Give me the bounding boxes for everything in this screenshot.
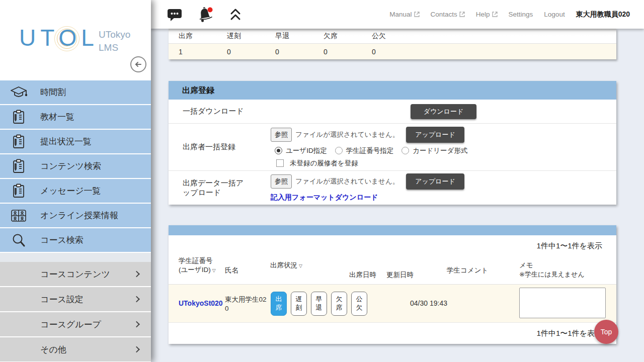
- sort-triangle-icon: ▽: [212, 268, 216, 273]
- main-content: 出席 遅刻 早退 欠席 公欠 1 0 0 0 0 出席登録 一括ダウンロード ダ…: [151, 29, 644, 362]
- double-chevron-up-icon[interactable]: [229, 8, 242, 21]
- external-link-icon: [492, 12, 498, 17]
- sidebar-item-timetable[interactable]: 時間割: [0, 80, 151, 104]
- radio-student-card-number[interactable]: 学生証番号指定: [335, 146, 394, 155]
- radio-button-icon: [275, 147, 282, 154]
- clipboard-icon: [10, 110, 27, 125]
- topbar: Manual Contacts Help Settings Logout 東大用…: [151, 0, 644, 29]
- file-status-text: ファイルが選択されていません。: [295, 177, 399, 186]
- sidebar-item-submission-status[interactable]: 提出状況一覧: [0, 130, 151, 153]
- external-link-icon: [459, 12, 465, 17]
- student-name: 東大用学生020: [225, 295, 267, 313]
- attendance-data-upload-row: 出席データ一括アップロード 参照 ファイルが選択されていません。 アップロード …: [169, 171, 616, 205]
- sidebar-item-online-class-info[interactable]: オンライン授業情報: [0, 204, 151, 227]
- bulk-download-row: 一括ダウンロード ダウンロード: [169, 100, 616, 124]
- people-grid-icon: [10, 209, 27, 222]
- summary-value-excused: 0: [362, 48, 410, 56]
- header-memo: メモ ※学生には見えません: [519, 261, 610, 279]
- attendee-bulk-register-row: 出席者一括登録 参照 ファイルが選択されていません。 アップロード ユーザID指…: [169, 124, 616, 171]
- scroll-to-top-button[interactable]: Top: [594, 320, 618, 344]
- table-footer: 1件中1〜1件を表示: [169, 322, 616, 344]
- sort-triangle-icon: ▽: [299, 263, 302, 268]
- chevron-right-icon: [133, 321, 140, 328]
- sidebar: UTOL UTokyo LMS 時間割 教材一覧 提: [0, 0, 151, 362]
- browse-file-button[interactable]: 参照: [271, 128, 292, 142]
- radio-user-id[interactable]: ユーザID指定: [275, 146, 327, 155]
- clipboard-icon: [10, 184, 27, 199]
- sidebar-item-course-settings[interactable]: コース設定: [0, 287, 151, 311]
- clipboard-icon: [10, 134, 27, 149]
- graduation-cap-icon: [10, 86, 27, 99]
- status-button-group: 出席 遅刻 早退 欠席 公欠: [271, 292, 367, 316]
- header-attendance-status[interactable]: 出席状況▽: [270, 261, 302, 270]
- logout-link[interactable]: Logout: [544, 11, 565, 18]
- summary-header-early-leave: 早退: [265, 32, 313, 41]
- memo-input[interactable]: [519, 288, 606, 318]
- format-download-link[interactable]: 記入用フォーマットダウンロード: [271, 193, 616, 202]
- radio-card-reader-format[interactable]: カードリーダ形式: [401, 146, 467, 155]
- table-header: 1件中1〜1件を表示 学生証番号 (ユーザID)▽ 氏名 出席状況▽ 出席日時 …: [169, 235, 616, 284]
- status-button-late[interactable]: 遅刻: [291, 292, 307, 316]
- result-count-text: 1件中1〜1件を表示: [537, 241, 602, 251]
- chat-icon[interactable]: [167, 8, 182, 22]
- summary-value-present: 1: [169, 48, 217, 56]
- summary-header-row: 出席 遅刻 早退 欠席 公欠: [169, 29, 616, 44]
- summary-value-absent: 0: [313, 48, 362, 56]
- search-icon: [10, 233, 27, 248]
- radio-button-icon: [401, 147, 409, 154]
- attendance-summary-table: 出席 遅刻 早退 欠席 公欠 1 0 0 0 0: [169, 29, 616, 59]
- sidebar-main-menu: 時間割 教材一覧 提出状況一覧 コンテンツ検索 メッセージ一覧: [0, 80, 151, 252]
- external-link-icon: [414, 12, 420, 17]
- panel-title: 出席登録: [169, 81, 616, 100]
- sidebar-collapse-button[interactable]: [130, 56, 146, 72]
- chevron-right-icon: [133, 271, 140, 278]
- table-top-bar: [169, 225, 616, 235]
- summary-header-present: 出席: [169, 32, 217, 41]
- header-student-id[interactable]: 学生証番号 (ユーザID)▽: [179, 256, 224, 275]
- summary-value-early-leave: 0: [265, 48, 313, 56]
- header-attended-at: 出席日時: [349, 270, 376, 280]
- settings-link[interactable]: Settings: [509, 11, 533, 18]
- header-student-comment: 学生コメント: [447, 266, 488, 275]
- summary-value-late: 0: [217, 48, 265, 56]
- result-count-text: 1件中1〜1件を表示: [537, 329, 602, 338]
- attendance-registration-panel: 出席登録 一括ダウンロード ダウンロード 出席者一括登録 参照 ファイルが選択さ…: [169, 81, 616, 205]
- register-unenrolled-checkbox[interactable]: [276, 159, 284, 167]
- sidebar-section-divider: [0, 253, 151, 262]
- student-id-link[interactable]: UTokyoSt020: [179, 299, 223, 307]
- manual-link[interactable]: Manual: [389, 11, 419, 18]
- notifications-bell-icon[interactable]: [197, 7, 214, 23]
- upload-button[interactable]: アップロード: [406, 173, 464, 190]
- upload-button[interactable]: アップロード: [406, 127, 464, 143]
- sidebar-item-course-group[interactable]: コースグループ: [0, 312, 151, 336]
- arrow-left-icon: [133, 59, 143, 69]
- header-updated-at: 更新日時: [386, 270, 414, 280]
- browse-file-button[interactable]: 参照: [271, 174, 292, 189]
- sidebar-item-content-search[interactable]: コンテンツ検索: [0, 154, 151, 178]
- summary-header-late: 遅刻: [217, 32, 265, 41]
- contacts-link[interactable]: Contacts: [431, 11, 465, 18]
- help-link[interactable]: Help: [476, 11, 498, 18]
- clipboard-icon: [10, 159, 27, 174]
- status-button-early-leave[interactable]: 早退: [311, 292, 327, 316]
- chevron-right-icon: [133, 296, 140, 303]
- sidebar-item-others[interactable]: その他: [0, 337, 151, 361]
- file-status-text: ファイルが選択されていません。: [295, 130, 399, 139]
- app-logo: UTOL: [19, 24, 99, 51]
- download-button[interactable]: ダウンロード: [411, 104, 477, 119]
- sidebar-item-course-contents[interactable]: コースコンテンツ: [0, 262, 151, 286]
- status-button-present[interactable]: 出席: [271, 292, 287, 316]
- summary-value-row: 1 0 0 0 0: [169, 44, 616, 59]
- updated-at-value: 04/30 19:43: [410, 299, 447, 307]
- sidebar-item-course-search[interactable]: コース検索: [0, 228, 151, 252]
- chevron-right-icon: [133, 346, 140, 353]
- status-button-absent[interactable]: 欠席: [331, 292, 347, 316]
- app-logo-subtitle: UTokyo LMS: [99, 28, 130, 54]
- current-user-name: 東大用教職員020: [576, 10, 630, 19]
- summary-header-excused: 公欠: [362, 32, 410, 41]
- status-button-excused[interactable]: 公欠: [351, 292, 367, 316]
- sidebar-item-messages[interactable]: メッセージ一覧: [0, 179, 151, 203]
- logo-area: UTOL UTokyo LMS: [0, 0, 151, 80]
- sidebar-item-materials[interactable]: 教材一覧: [0, 105, 151, 129]
- student-row: UTokyoSt020 東大用学生020 出席 遅刻 早退 欠席 公欠 04/3…: [169, 284, 616, 322]
